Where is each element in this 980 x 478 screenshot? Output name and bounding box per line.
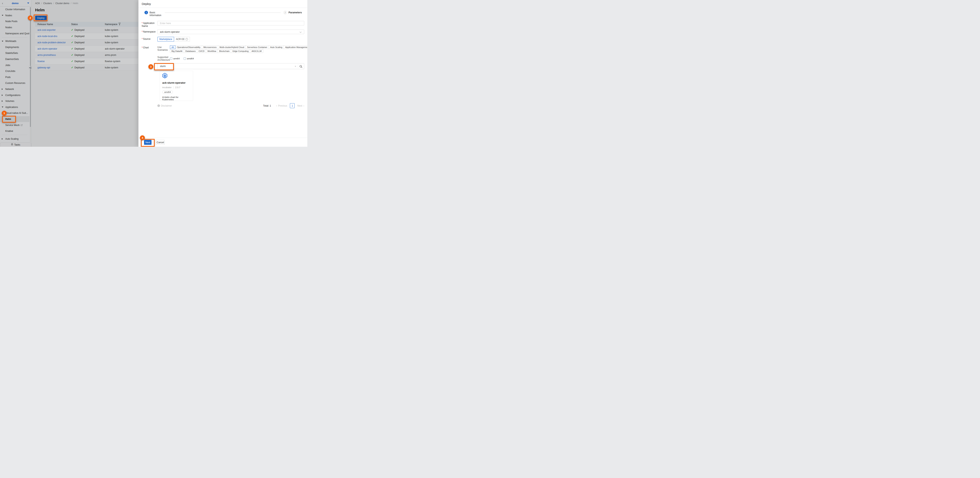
chart-card-ack-slurm-operator[interactable]: ack-slurm-operator incubator 2.0.7 amd64… bbox=[160, 71, 193, 101]
chart-card-title: ack-slurm-operator bbox=[162, 81, 191, 84]
arch-checkbox-arm64[interactable]: arm64 bbox=[170, 57, 180, 60]
pagination: Total: 1 ‹Previous 1 Next› bbox=[263, 103, 304, 108]
disclaimer[interactable]: i Disclaimer bbox=[158, 105, 172, 107]
chevron-down-icon bbox=[300, 31, 302, 33]
step-2-label: Parameters bbox=[288, 11, 302, 14]
annotation-rect-search bbox=[154, 63, 174, 70]
chevron-left-icon: ‹ bbox=[276, 105, 277, 107]
help-icon[interactable]: ? bbox=[185, 38, 188, 41]
namespace-label: *Namespace bbox=[142, 30, 158, 34]
scenario-chip-workflow[interactable]: Workflow bbox=[206, 49, 218, 53]
arch-checkbox-amd64[interactable]: amd64 bbox=[184, 57, 194, 60]
scenario-chip-edge-computing[interactable]: Edge Computing bbox=[231, 49, 250, 53]
scenario-chip-blockchain[interactable]: Blockchain bbox=[218, 49, 231, 53]
use-scenarios-label: Use Scenarios bbox=[158, 46, 170, 53]
application-name-label: *Application Name bbox=[142, 21, 158, 28]
scenario-chip-auto-scaling[interactable]: Auto Scaling bbox=[269, 46, 284, 49]
annotation-badge-2: 2 bbox=[28, 16, 33, 21]
scenario-chip-multi-cluster[interactable]: Multi-cluster/Hybrid Cloud bbox=[218, 46, 246, 49]
scenario-chip-all[interactable]: All bbox=[170, 46, 175, 49]
scenario-chip-databases[interactable]: Databases bbox=[184, 49, 197, 53]
step-2-circle: 2 bbox=[283, 11, 287, 14]
source-segmented-control: Marketplace ACR EE? bbox=[158, 37, 190, 41]
chart-repo: incubator bbox=[162, 86, 172, 89]
annotation-rect-helm bbox=[2, 116, 16, 122]
drawer-title: Deploy bbox=[138, 0, 307, 8]
checkbox-icon[interactable] bbox=[170, 57, 172, 60]
step-1-label: Basic Information bbox=[150, 11, 164, 17]
ack-console-app: ‹ demo Cluster Information Nodes Node Po… bbox=[0, 0, 307, 147]
cancel-button[interactable]: Cancel bbox=[156, 140, 165, 145]
source-option-acr-ee[interactable]: ACR EE? bbox=[174, 37, 190, 41]
scenario-chip-cicd[interactable]: CI/CD bbox=[197, 49, 206, 53]
deploy-drawer: Deploy 1 Basic Information 2 Parameters … bbox=[138, 0, 307, 147]
annotation-badge-4: 4 bbox=[140, 135, 145, 140]
info-icon: i bbox=[158, 105, 160, 107]
scenario-chip-aigc-llm[interactable]: AIGC/LLM bbox=[250, 49, 263, 53]
annotation-badge-1: 1 bbox=[2, 111, 7, 116]
chart-label: *Chart bbox=[142, 46, 158, 108]
pagination-previous[interactable]: ‹Previous bbox=[276, 105, 287, 107]
scenario-chip-microservices[interactable]: Microservices bbox=[202, 46, 218, 49]
checkbox-icon[interactable] bbox=[184, 57, 186, 60]
chart-search-input[interactable]: slurm × bbox=[158, 63, 304, 69]
chart-card-description: A Helm chart for Kubernetes bbox=[162, 96, 191, 101]
application-name-input[interactable]: Enter here bbox=[158, 21, 304, 25]
chart-version: 2.0.7 bbox=[175, 86, 180, 89]
scenario-filter-chips: All Operations/Observability Microservic… bbox=[170, 46, 307, 53]
supported-architecture-label: Supported Architecture bbox=[158, 56, 170, 61]
pagination-total: Total: 1 bbox=[263, 105, 271, 107]
drawer-footer: Next Cancel bbox=[138, 138, 307, 147]
search-divider bbox=[298, 64, 298, 68]
chart-arch-tag: amd64 bbox=[162, 90, 173, 94]
scenario-chip-big-data-ai[interactable]: Big Data/AI bbox=[170, 49, 184, 53]
scenario-chip-serverless-container[interactable]: Serverless Container bbox=[246, 46, 269, 49]
chevron-right-icon: › bbox=[304, 105, 304, 107]
step-1-circle: 1 bbox=[145, 11, 148, 14]
pagination-page-1[interactable]: 1 bbox=[290, 103, 294, 108]
chart-card-meta: incubator 2.0.7 bbox=[162, 86, 191, 89]
step-indicator: 1 Basic Information 2 Parameters bbox=[142, 11, 304, 17]
annotation-badge-3: 3 bbox=[148, 64, 153, 69]
pagination-next[interactable]: Next› bbox=[298, 105, 304, 107]
scenario-chip-operations-observability[interactable]: Operations/Observability bbox=[175, 46, 202, 49]
namespace-select[interactable]: ack-slurm-operator bbox=[158, 30, 304, 34]
modal-backdrop bbox=[0, 0, 138, 147]
annotation-rect-deploy bbox=[34, 14, 48, 21]
clear-icon[interactable]: × bbox=[294, 65, 296, 68]
helm-chart-icon bbox=[162, 73, 191, 79]
search-icon[interactable] bbox=[299, 64, 303, 68]
scenario-chip-application-management[interactable]: Application Management bbox=[283, 46, 307, 49]
source-option-marketplace[interactable]: Marketplace bbox=[158, 37, 174, 41]
drawer-body: 1 Basic Information 2 Parameters *Applic… bbox=[138, 8, 307, 138]
source-label: *Source bbox=[142, 37, 158, 41]
